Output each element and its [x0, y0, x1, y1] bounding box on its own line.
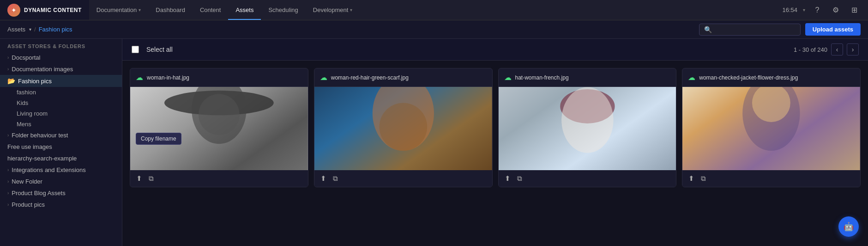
asset-thumbnail — [499, 87, 676, 170]
grid-button[interactable]: ⊞ — [848, 4, 861, 17]
asset-filename: woman-in-hat.jpg — [147, 74, 189, 81]
asset-card-footer: ⬆ ⧉ — [682, 170, 860, 187]
nav-content[interactable]: Content — [193, 0, 229, 20]
svg-point-6 — [379, 103, 427, 151]
asset-image-container[interactable] — [130, 87, 308, 170]
pagination-text: 1 - 30 of 240 — [794, 46, 827, 53]
copy-action-button[interactable]: ⧉ — [516, 173, 524, 184]
asset-card-header: ☁ woman-in-hat.jpg — [130, 68, 308, 87]
asset-card-hat-french: ☁ hat-woman-french.jpg — [498, 68, 677, 187]
sub-header: Assets ▾ / Fashion pics 🔍 Upload assets — [0, 20, 868, 39]
upload-action-button[interactable]: ⬆ — [135, 173, 144, 184]
sidebar-item-product-pics[interactable]: › Product pics — [0, 199, 122, 210]
logo-icon: ✦ — [7, 4, 20, 17]
sidebar-item-fashion-pics[interactable]: 📂 Fashion pics — [0, 75, 122, 87]
select-all-checkbox[interactable] — [132, 46, 139, 53]
help-button[interactable]: ? — [811, 4, 824, 17]
svg-point-3 — [199, 94, 240, 135]
nav-scheduling[interactable]: Scheduling — [261, 0, 305, 20]
asset-card-header: ☁ woman-checked-jacket-fllower-dress.jpg — [682, 68, 860, 87]
chevron-down-icon: ▾ — [350, 7, 352, 12]
sidebar-item-documentation-images[interactable]: › Documentation images — [0, 63, 122, 75]
cloud-icon: ☁ — [320, 73, 327, 82]
nav-items: Documentation ▾ Dashboard Content Assets… — [89, 0, 783, 20]
upload-action-button[interactable]: ⬆ — [503, 173, 512, 184]
sidebar-item-product-blog[interactable]: › Product Blog Assets — [0, 187, 122, 199]
logo-text: DYNAMIC CONTENT — [24, 7, 82, 13]
asset-filename: woman-checked-jacket-fllower-dress.jpg — [699, 74, 798, 81]
settings-button[interactable]: ⚙ — [829, 4, 842, 17]
logo-area: ✦ DYNAMIC CONTENT — [0, 0, 89, 20]
cloud-icon: ☁ — [136, 73, 143, 82]
chevron-right-icon: › — [7, 55, 9, 60]
sidebar-item-free-use[interactable]: Free use images — [0, 141, 122, 153]
search-box: 🔍 — [699, 24, 801, 36]
svg-point-9 — [561, 87, 613, 153]
breadcrumb-separator: / — [34, 26, 36, 33]
upload-action-button[interactable]: ⬆ — [319, 173, 328, 184]
breadcrumb-current: Fashion pics — [39, 26, 72, 33]
nav-documentation[interactable]: Documentation ▾ — [89, 0, 148, 20]
asset-card-footer: ⬆ ⧉ — [499, 170, 676, 187]
asset-image-container[interactable] — [314, 87, 492, 170]
previous-page-button[interactable]: ‹ — [831, 43, 843, 55]
sidebar-item-new-folder[interactable]: › New Folder — [0, 176, 122, 187]
copy-action-button[interactable]: ⧉ — [332, 173, 339, 184]
sidebar-item-hierarchy[interactable]: hierarchy-search-example — [0, 153, 122, 164]
copy-action-button[interactable]: ⧉ — [699, 173, 707, 184]
chevron-right-icon: › — [7, 202, 9, 207]
chat-icon: 🤖 — [844, 221, 854, 232]
asset-card-woman-scarf: ☁ woman-red-hair-green-scarf.jpg — [314, 68, 493, 187]
sidebar-item-fashion[interactable]: fashion — [0, 87, 122, 98]
asset-thumbnail — [682, 87, 860, 170]
content-area: Select all 1 - 30 of 240 ‹ › ☁ woman-in-… — [122, 39, 868, 246]
asset-image-container[interactable] — [682, 87, 860, 170]
cloud-icon: ☁ — [504, 73, 512, 82]
asset-grid: ☁ woman-in-hat.jpg — [122, 61, 868, 195]
chevron-right-icon: › — [7, 179, 9, 184]
pagination-info: 1 - 30 of 240 ‹ › — [794, 43, 859, 55]
nav-development[interactable]: Development ▾ — [306, 0, 360, 20]
chevron-right-icon: › — [7, 133, 9, 138]
sidebar-item-living-room[interactable]: Living room — [0, 108, 122, 119]
top-navigation: ✦ DYNAMIC CONTENT Documentation ▾ Dashbo… — [0, 0, 868, 20]
upload-action-button[interactable]: ⬆ — [687, 173, 696, 184]
asset-thumbnail — [130, 87, 308, 170]
nav-right-controls: 16:54 ▾ ? ⚙ ⊞ — [782, 4, 868, 17]
sidebar-item-integrations[interactable]: › Integrations and Extensions — [0, 164, 122, 176]
asset-card-checked-jacket: ☁ woman-checked-jacket-fllower-dress.jpg — [682, 68, 861, 187]
nav-assets[interactable]: Assets — [228, 0, 261, 20]
next-page-button[interactable]: › — [847, 43, 859, 55]
asset-card-woman-hat: ☁ woman-in-hat.jpg — [130, 68, 308, 187]
asset-thumbnail — [314, 87, 492, 170]
asset-filename: hat-woman-french.jpg — [515, 74, 569, 81]
asset-image-container[interactable] — [499, 87, 676, 170]
breadcrumb-assets[interactable]: Assets — [7, 26, 25, 33]
sidebar-item-folder-behaviour[interactable]: › Folder behaviour test — [0, 129, 122, 141]
time-display: 16:54 — [782, 6, 797, 13]
chevron-right-icon: › — [7, 67, 9, 72]
chevron-down-icon[interactable]: ▾ — [803, 7, 805, 12]
asset-card-header: ☁ hat-woman-french.jpg — [499, 68, 676, 87]
folder-open-icon: 📂 — [7, 77, 15, 85]
sidebar-item-mens[interactable]: Mens — [0, 119, 122, 129]
sidebar-title: Asset stores & folders — [0, 39, 122, 52]
search-input[interactable] — [715, 26, 796, 33]
copy-filename-tooltip: Copy filename — [136, 133, 181, 145]
nav-dashboard[interactable]: Dashboard — [148, 0, 193, 20]
upload-assets-button[interactable]: Upload assets — [805, 23, 861, 36]
copy-action-button[interactable]: ⧉ — [147, 173, 155, 184]
asset-card-footer: ⬆ ⧉ — [314, 170, 492, 187]
search-icon: 🔍 — [704, 26, 712, 33]
sidebar: Asset stores & folders › Docsportal › Do… — [0, 39, 122, 246]
content-toolbar: Select all 1 - 30 of 240 ‹ › — [122, 39, 868, 61]
cloud-icon: ☁ — [688, 73, 695, 82]
main-layout: Asset stores & folders › Docsportal › Do… — [0, 39, 868, 246]
sidebar-item-kids[interactable]: Kids — [0, 98, 122, 108]
sidebar-item-docsportal[interactable]: › Docsportal — [0, 52, 122, 63]
chevron-down-icon: ▾ — [139, 7, 141, 12]
chevron-down-icon: ▾ — [29, 27, 31, 32]
sub-header-right: 🔍 Upload assets — [699, 23, 861, 36]
select-all-label[interactable]: Select all — [146, 46, 173, 53]
chat-fab-button[interactable]: 🤖 — [838, 216, 859, 237]
